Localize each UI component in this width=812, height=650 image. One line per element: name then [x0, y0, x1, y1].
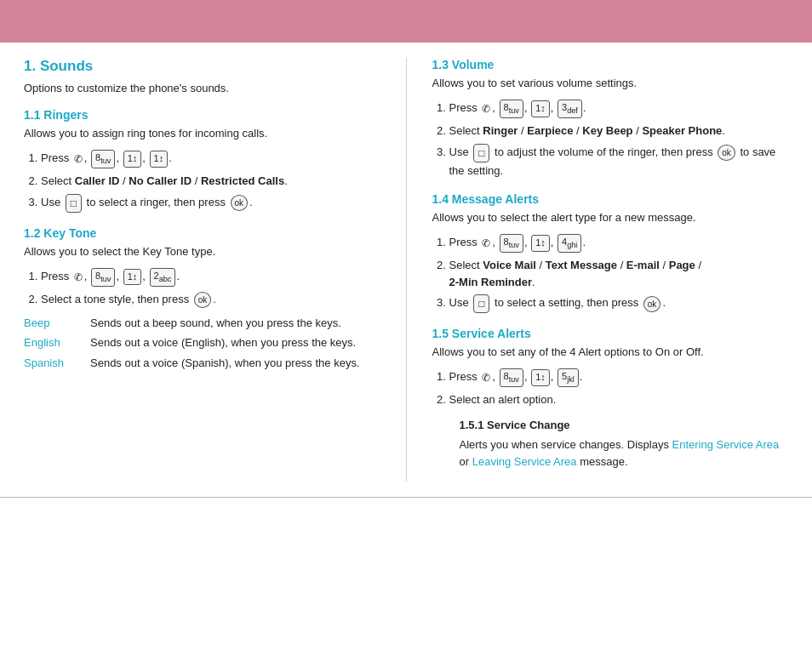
- step-1-4-3: Use □ to select a setting, then press ok…: [449, 294, 789, 313]
- step-1-4-2-page: Page: [669, 259, 695, 271]
- section-1-5-1-link1[interactable]: Entering Service Area: [672, 438, 780, 451]
- ok-icon-1-4-3: ok: [643, 296, 661, 312]
- step-1-3-2-keybeep: Key Beep: [582, 124, 632, 137]
- section-1-4-title: 1.4 Message Alerts: [432, 192, 789, 206]
- step-1-4-2-bold: Voice Mail: [483, 259, 536, 271]
- key-8tuv-1-4: 8tuv: [500, 234, 523, 253]
- section-1-5-1-post: message.: [580, 455, 627, 468]
- tone-beep-label: Beep: [24, 315, 83, 332]
- ok-icon-1-2-2: ok: [194, 292, 212, 308]
- section-1-5-intro: Allows you to set any of the 4 Alert opt…: [432, 345, 789, 358]
- section-1-4-intro: Allows you to select the alert type for …: [432, 211, 789, 224]
- step-1-2-1: Press ✆, 8tuv, 1↕, 2abc.: [41, 268, 380, 287]
- left-column: 1. Sounds Options to customize the phone…: [24, 58, 407, 482]
- section-1-5-title: 1.5 Service Alerts: [432, 327, 789, 340]
- section-1-1-steps: Press ✆, 8tuv, 1↕, 1↕. Select Caller ID …: [24, 150, 380, 213]
- step-1-4-2: Select Voice Mail / Text Message / E-mai…: [449, 257, 789, 290]
- key-1up-2: 1↕: [150, 151, 169, 167]
- section-1-3-title: 1.3 Volume: [432, 58, 789, 71]
- section-1-3-steps: Press ✆, 8tuv, 1↕, 3def. Select Ringer /…: [432, 100, 789, 179]
- top-banner: [0, 0, 812, 43]
- step-1-4-1: Press ✆, 8tuv, 1↕, 4ghi.: [449, 234, 789, 253]
- subsection-1-5-1: 1.5.1 Service Change Alerts you when ser…: [446, 419, 789, 472]
- step-1-1-2: Select Caller ID / No Caller ID / Restri…: [41, 173, 380, 190]
- step-1-3-2-ringer: Ringer: [483, 124, 518, 137]
- tone-spanish-desc: Sends out a voice (Spanish), when you pr…: [90, 355, 380, 372]
- section-1-title: 1. Sounds: [24, 58, 380, 75]
- step-1-3-2-earpiece: Earpiece: [527, 124, 573, 137]
- section-1-5-steps: Press ✆, 8tuv, 1↕, 5jkl. Select an alert…: [432, 368, 789, 408]
- ok-icon-1-3-3: ok: [718, 145, 735, 161]
- section-1-5-1-title: 1.5.1 Service Change: [460, 419, 789, 431]
- step-1-1-1: Press ✆, 8tuv, 1↕, 1↕.: [41, 150, 380, 168]
- step-1-1-2-bold: Caller ID: [75, 174, 120, 187]
- key-8tuv-1-5: 8tuv: [500, 368, 523, 387]
- phone-icon-1-4: ✆: [482, 236, 490, 251]
- key-1up-1-2: 1↕: [123, 269, 142, 285]
- step-1-5-2: Select an alert option.: [449, 391, 789, 408]
- step-1-1-2-bold2: No Caller ID: [129, 174, 192, 187]
- tone-english-label: English: [24, 334, 83, 351]
- step-1-2-2: Select a tone style, then press ok.: [41, 291, 380, 308]
- section-1-1-title: 1.1 Ringers: [24, 108, 380, 122]
- step-1-4-2-reminder: 2-Min Reminder: [449, 276, 533, 288]
- key-3def: 3def: [558, 100, 582, 118]
- step-1-5-1: Press ✆, 8tuv, 1↕, 5jkl.: [449, 368, 789, 387]
- key-4ghi: 4ghi: [558, 234, 581, 253]
- phone-icon-1-3: ✆: [482, 101, 490, 117]
- step-1-3-2: Select Ringer / Earpiece / Key Beep / Sp…: [449, 123, 789, 140]
- step-1-4-2-email: E-mail: [626, 259, 660, 271]
- section-1-3-intro: Allows you to set various volume setting…: [432, 77, 789, 89]
- key-2abc: 2abc: [150, 268, 176, 287]
- scroll-icon-1-4-3: □: [473, 294, 489, 313]
- phone-icon-1-2: ✆: [74, 270, 83, 285]
- section-1-1-intro: Allows you to assign ring tones for inco…: [24, 127, 380, 140]
- tone-table: Beep Sends out a beep sound, when you pr…: [24, 315, 380, 372]
- tone-beep-desc: Sends out a beep sound, when you press t…: [90, 315, 380, 332]
- step-1-3-1: Press ✆, 8tuv, 1↕, 3def.: [449, 100, 789, 118]
- key-1up-1-4: 1↕: [531, 235, 550, 251]
- content-area: 1. Sounds Options to customize the phone…: [0, 43, 812, 497]
- bottom-divider: [0, 497, 812, 498]
- right-column: 1.3 Volume Allows you to set various vol…: [407, 58, 789, 482]
- phone-icon-1-5: ✆: [482, 370, 490, 385]
- section-1-5-1-body: Alerts you when service changes. Display…: [460, 436, 789, 472]
- key-1up-1-3: 1↕: [531, 100, 550, 117]
- ok-icon-1-1-3: ok: [231, 195, 249, 211]
- key-1up: 1↕: [123, 151, 142, 167]
- tone-spanish-label: Spanish: [24, 355, 83, 372]
- phone-icon: ✆: [74, 151, 83, 167]
- step-1-1-3: Use □ to select a ringer, then press ok.: [41, 194, 380, 213]
- section-1-2-intro: Allows you to select the Key Tone type.: [24, 245, 380, 258]
- section-1-5-1-pre: Alerts you when service changes. Display…: [460, 438, 669, 451]
- section-1-5-1-link2[interactable]: Leaving Service Area: [472, 455, 577, 468]
- section-1-5-1-mid: or: [460, 455, 470, 468]
- scroll-icon-1-3-3: □: [473, 144, 489, 162]
- key-8tuv: 8tuv: [91, 150, 115, 168]
- key-5jkl: 5jkl: [558, 368, 579, 387]
- section-1-2-steps: Press ✆, 8tuv, 1↕, 2abc. Select a tone s…: [24, 268, 380, 308]
- step-1-4-2-text: Text Message: [546, 259, 617, 271]
- tone-english-desc: Sends out a voice (English), when you pr…: [90, 334, 380, 351]
- section-1-4-steps: Press ✆, 8tuv, 1↕, 4ghi. Select Voice Ma…: [432, 234, 789, 313]
- section-1-intro: Options to customize the phone's sounds.: [24, 82, 380, 94]
- scroll-icon-1-1-3: □: [66, 194, 82, 213]
- section-1-2-title: 1.2 Key Tone: [24, 226, 380, 240]
- step-1-3-2-speaker: Speaker Phone: [642, 124, 722, 137]
- key-1up-1-5: 1↕: [531, 369, 550, 385]
- key-8tuv-1-3: 8tuv: [500, 100, 523, 118]
- key-8tuv-1-2: 8tuv: [91, 268, 115, 287]
- step-1-3-3: Use □ to adjust the volume of the ringer…: [449, 144, 789, 180]
- step-1-1-2-bold3: Restricted Calls: [201, 174, 284, 187]
